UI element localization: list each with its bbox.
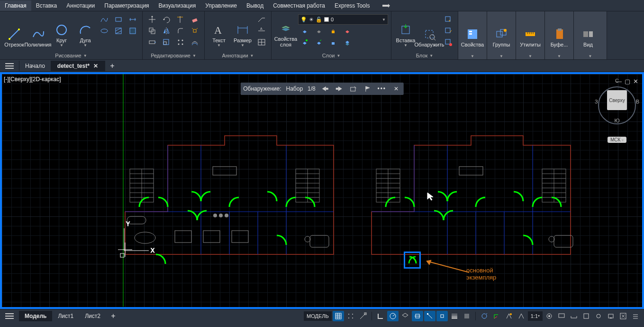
- utils-button[interactable]: Утилиты: [519, 14, 542, 48]
- ellipse-icon[interactable]: [98, 26, 111, 36]
- layer-dropdown[interactable]: 💡 ☀ 🔓 0 ▼: [298, 14, 388, 25]
- trim-icon[interactable]: [174, 14, 187, 25]
- layer-props-button[interactable]: Свойства слоя: [274, 14, 297, 48]
- view-button[interactable]: Вид: [577, 14, 599, 48]
- leader-icon[interactable]: [255, 14, 268, 25]
- detect-block-button[interactable]: Обнаружить: [418, 14, 441, 48]
- model-space-button[interactable]: МОДЕЛЬ: [304, 311, 332, 321]
- layer-off-icon[interactable]: [312, 26, 326, 36]
- drawing-viewport[interactable]: [-][Сверху][2D-каркас]: [0, 72, 644, 309]
- menu-visualize[interactable]: Визуализация: [154, 0, 201, 11]
- menu-express[interactable]: Express Tools: [330, 0, 374, 11]
- close-icon[interactable]: ✕: [92, 63, 99, 69]
- fillet-icon[interactable]: [174, 26, 187, 36]
- add-layout-button[interactable]: +: [106, 312, 120, 320]
- menu-lines-icon[interactable]: [0, 313, 19, 319]
- grid-toggle-icon[interactable]: [333, 311, 344, 321]
- layer-isolate-icon[interactable]: [341, 26, 354, 36]
- clipboard-button[interactable]: Буфе...: [548, 14, 571, 48]
- viewcube[interactable]: С Ю З В Сверху МСК ▾: [596, 78, 638, 149]
- explode-icon[interactable]: [188, 26, 201, 36]
- block-create-icon[interactable]: *: [442, 14, 455, 25]
- array-icon[interactable]: [174, 37, 187, 47]
- groups-button[interactable]: Группы: [490, 14, 513, 48]
- customize-icon[interactable]: [630, 311, 641, 321]
- osnap-icon[interactable]: [436, 311, 448, 321]
- close-icon[interactable]: ✕: [391, 84, 401, 93]
- tab-start[interactable]: Начало: [19, 61, 51, 71]
- erase-icon[interactable]: [188, 14, 201, 25]
- tab-sheet1[interactable]: Лист1: [52, 311, 79, 321]
- ortho-icon[interactable]: [375, 311, 386, 321]
- multileader-icon[interactable]: A: [255, 26, 268, 36]
- panel-props-title[interactable]: ▼: [460, 53, 485, 59]
- more-icon[interactable]: •••: [377, 84, 387, 93]
- menu-lines-icon[interactable]: [0, 63, 19, 69]
- copy-icon[interactable]: [145, 26, 159, 36]
- auto-scale-icon[interactable]: [516, 311, 527, 321]
- next-arrow-icon[interactable]: [335, 84, 344, 93]
- menu-parametric[interactable]: Параметризация: [100, 0, 154, 11]
- isolate-objects-icon[interactable]: [593, 311, 604, 321]
- dynamic-ucs-icon[interactable]: [491, 311, 502, 321]
- flag-icon[interactable]: [363, 84, 372, 93]
- object-snap-icon[interactable]: [412, 311, 423, 321]
- menu-insert[interactable]: Вставка: [31, 0, 62, 11]
- arc-button[interactable]: Дуга ▼: [74, 14, 97, 48]
- layer-unlock-icon[interactable]: [327, 37, 340, 47]
- isoplane-icon[interactable]: [399, 311, 411, 321]
- rectangle-icon[interactable]: [112, 14, 125, 25]
- line-button[interactable]: Отрезок: [3, 14, 26, 48]
- panel-clip-title[interactable]: ▼: [547, 53, 571, 59]
- menu-home[interactable]: Главная: [0, 0, 31, 11]
- snap-toggle-icon[interactable]: [345, 311, 356, 321]
- annotation-monitor-icon[interactable]: [556, 311, 567, 321]
- menu-output[interactable]: Вывод: [242, 0, 268, 11]
- layer-lock-icon[interactable]: [327, 26, 340, 36]
- hardware-accel-icon[interactable]: [605, 311, 617, 321]
- polar-icon[interactable]: [387, 311, 399, 321]
- measure-icon[interactable]: [126, 14, 139, 25]
- move-icon[interactable]: [145, 14, 159, 25]
- properties-button[interactable]: Свойства: [461, 14, 484, 48]
- panel-block-title[interactable]: Блок▼: [393, 52, 456, 59]
- convert-icon[interactable]: [349, 84, 358, 93]
- menu-manage[interactable]: Управление: [200, 0, 242, 11]
- panel-modify-title[interactable]: Редактирование▼: [145, 52, 202, 59]
- layer-match-icon[interactable]: [298, 37, 311, 47]
- layer-merge-icon[interactable]: [341, 37, 354, 47]
- quick-props-icon[interactable]: [581, 311, 592, 321]
- workspace-gear-icon[interactable]: [544, 311, 555, 321]
- panel-view-title[interactable]: ▼: [576, 53, 605, 59]
- hatch-icon[interactable]: [112, 26, 125, 36]
- offset-icon[interactable]: [188, 37, 201, 47]
- block-edit-icon[interactable]: [442, 26, 455, 36]
- polyline-button[interactable]: Полилиния: [27, 14, 49, 48]
- transparency-icon[interactable]: [461, 311, 472, 321]
- scale-icon[interactable]: [160, 37, 173, 47]
- insert-block-button[interactable]: Вставка ▼: [394, 14, 417, 48]
- block-attr-icon[interactable]: [442, 37, 455, 47]
- tab-sheet2[interactable]: Лист2: [79, 311, 106, 321]
- mirror-icon[interactable]: [160, 26, 173, 36]
- tab-model[interactable]: Модель: [19, 311, 52, 321]
- ribbon-minimize-button[interactable]: [379, 2, 393, 9]
- panel-annot-title[interactable]: Аннотации▼: [207, 52, 269, 59]
- lineweight-icon[interactable]: [449, 311, 460, 321]
- tab-file[interactable]: detect_test* ✕: [51, 61, 105, 71]
- menu-annotations[interactable]: Аннотации: [62, 0, 100, 11]
- layer-freeze-icon[interactable]: [298, 26, 311, 36]
- layer-previous-icon[interactable]: [312, 37, 326, 47]
- annotation-scale-icon[interactable]: [503, 311, 515, 321]
- table-icon[interactable]: [255, 37, 268, 47]
- prev-arrow-icon[interactable]: [320, 84, 330, 93]
- text-button[interactable]: A Текст ▼: [208, 14, 230, 48]
- region-icon[interactable]: [126, 26, 139, 36]
- stretch-icon[interactable]: [145, 37, 159, 47]
- snap3d-icon[interactable]: [424, 311, 435, 321]
- panel-groups-title[interactable]: ▼: [489, 53, 514, 59]
- clean-screen-icon[interactable]: [617, 311, 629, 321]
- menu-collab[interactable]: Совместная работа: [268, 0, 330, 11]
- dimension-button[interactable]: Размер ▼: [231, 14, 254, 48]
- scale-button[interactable]: 1:1 ▾: [528, 311, 543, 321]
